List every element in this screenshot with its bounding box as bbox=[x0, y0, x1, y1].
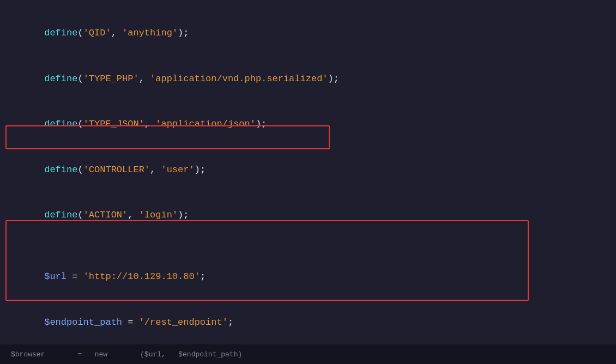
bottom-separator: = new bbox=[77, 350, 107, 359]
bottom-text: $browser bbox=[11, 350, 45, 359]
code-line-url: $url = 'http://10.129.10.80'; bbox=[11, 254, 605, 299]
code-line-endpoint-path: $endpoint_path = '/rest_endpoint'; bbox=[11, 300, 605, 345]
code-line-3: define('TYPE_JSON', 'application/json'); bbox=[11, 102, 605, 147]
code-line-1: define('QID', 'anything'); bbox=[11, 11, 605, 56]
code-line-4: define('CONTROLLER', 'user'); bbox=[11, 148, 605, 192]
bottom-bar: $browser = new ($url, $endpoint_path) bbox=[0, 344, 616, 364]
bottom-args: ($url, $endpoint_path) bbox=[140, 350, 242, 359]
code-line-5: define('ACTION', 'login'); bbox=[11, 193, 605, 238]
code-line-blank1 bbox=[11, 239, 605, 253]
code-line-2: define('TYPE_PHP', 'application/vnd.php.… bbox=[11, 57, 605, 101]
keyword-define: define bbox=[44, 28, 77, 38]
code-editor: define('QID', 'anything'); define('TYPE_… bbox=[0, 0, 616, 364]
code-content: define('QID', 'anything'); define('TYPE_… bbox=[11, 11, 605, 364]
